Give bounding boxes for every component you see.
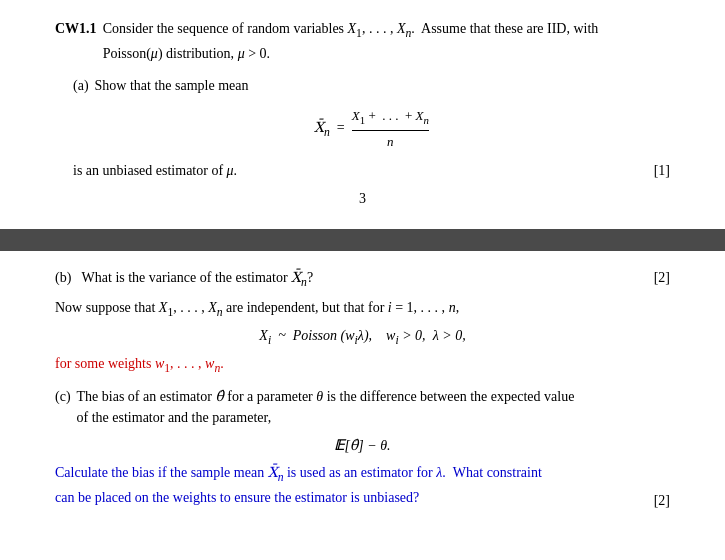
unbiased-text: is an unbiased estimator of μ. xyxy=(73,160,237,182)
part-c-blue-question: Calculate the bias if the sample mean X̄… xyxy=(55,462,542,509)
part-b-content: (b) What is the variance of the estimato… xyxy=(55,269,313,289)
part-b-label: (b) xyxy=(55,270,78,285)
xi-distribution-formula: Xi ~ Poisson (wiλ), wi > 0, λ > 0, xyxy=(55,328,670,347)
part-c-text: The bias of an estimator θ̂ for a parame… xyxy=(77,386,670,429)
part-c-question-row: Calculate the bias if the sample mean X̄… xyxy=(55,462,670,509)
fraction-numerator: X1 + . . . + Xn xyxy=(352,106,429,130)
fraction-denominator: n xyxy=(352,131,429,152)
sample-mean-formula: X̄n = X1 + . . . + Xn n xyxy=(73,106,670,152)
points-c: [2] xyxy=(654,493,670,509)
problem-intro-text: Consider the sequence of random variable… xyxy=(103,18,599,65)
points-b: [2] xyxy=(654,270,670,286)
top-section: CW1.1 Consider the sequence of random va… xyxy=(0,0,725,229)
part-a-label: (a) xyxy=(73,75,89,97)
problem-number: CW1.1 xyxy=(55,18,97,65)
bias-formula: 𝔼[θ̂] − θ. xyxy=(55,437,670,454)
part-b-row: (b) What is the variance of the estimato… xyxy=(55,269,670,289)
page-number: 3 xyxy=(55,191,670,207)
part-c: (c) The bias of an estimator θ̂ for a pa… xyxy=(55,386,670,429)
part-a-instruction: Show that the sample mean xyxy=(95,75,249,97)
points-a: [1] xyxy=(654,160,670,182)
bottom-section: (b) What is the variance of the estimato… xyxy=(0,251,725,522)
now-suppose-text: Now suppose that X1, . . . , Xn are inde… xyxy=(55,297,670,322)
weights-text: for some weights w1, . . . , wn. xyxy=(55,353,670,378)
problem-header: CW1.1 Consider the sequence of random va… xyxy=(55,18,670,65)
fraction-formula: X1 + . . . + Xn n xyxy=(352,106,429,152)
part-c-label: (c) xyxy=(55,386,71,429)
part-a: (a) Show that the sample mean X̄n = X1 +… xyxy=(73,75,670,182)
part-b-question: What is the variance of the estimator X̄… xyxy=(82,270,314,285)
unbiased-row: is an unbiased estimator of μ. [1] xyxy=(73,160,670,182)
section-divider xyxy=(0,229,725,251)
part-a-label-row: (a) Show that the sample mean xyxy=(73,75,670,97)
